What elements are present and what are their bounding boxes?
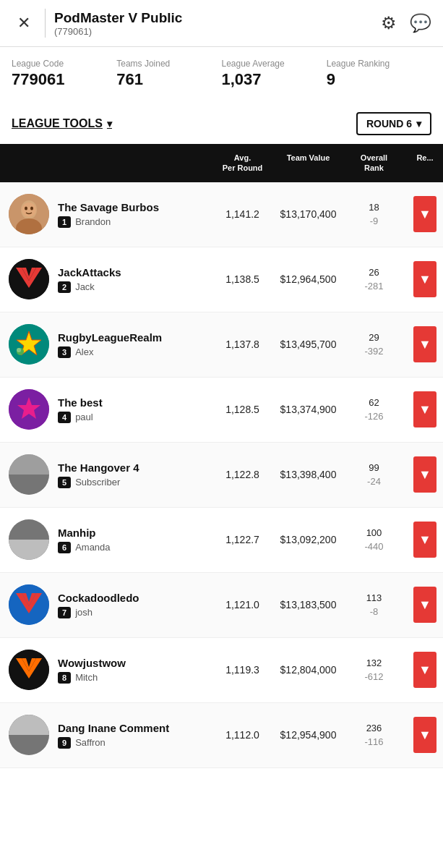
value-2: $12,964,500 xyxy=(275,271,341,288)
table-row[interactable]: The Hangover 4 5 Subscriber 1,122.8 $13,… xyxy=(0,443,443,508)
owner-name-4: paul xyxy=(75,412,93,422)
team-cell-3: RugbyLeagueRealm 3 Alex xyxy=(0,315,210,373)
rank-7: 113-8 xyxy=(341,588,407,622)
rank-arrow-5: ▼ xyxy=(418,467,431,482)
round-selector[interactable]: ROUND 6 ▾ xyxy=(356,112,431,135)
change-9: ▼ xyxy=(407,714,443,756)
value-4: $13,374,900 xyxy=(275,401,341,418)
rank-badge-9: 9 xyxy=(58,737,71,749)
value-6: $13,092,200 xyxy=(275,531,341,548)
change-2: ▼ xyxy=(407,258,443,300)
owner-name-8: Mitch xyxy=(75,672,98,683)
team-name-1: The Savage Burbos xyxy=(58,201,159,213)
chevron-down-icon: ▾ xyxy=(107,118,112,129)
col-header-avg: Avg.Per Round xyxy=(210,150,275,176)
team-cell-4: The best 4 paul xyxy=(0,380,210,438)
svg-point-5 xyxy=(30,207,33,210)
team-rank-owner-3: 3 Alex xyxy=(58,346,162,358)
stat-label-3: League Ranking xyxy=(327,59,431,69)
avg-2: 1,138.5 xyxy=(210,271,275,288)
change-6: ▼ xyxy=(407,519,443,561)
rank-arrow-7: ▼ xyxy=(418,597,431,613)
rank-arrow-8: ▼ xyxy=(418,663,431,678)
table-row[interactable]: JackAttacks 2 Jack 1,138.5 $12,964,500 2… xyxy=(0,247,443,312)
team-rank-owner-9: 9 Saffron xyxy=(58,737,169,749)
avg-3: 1,137.8 xyxy=(210,336,275,353)
change-5: ▼ xyxy=(407,454,443,495)
owner-name-2: Jack xyxy=(75,281,95,292)
team-name-4: The best xyxy=(58,396,103,409)
avg-6: 1,122.7 xyxy=(210,531,275,548)
team-rank-owner-8: 8 Mitch xyxy=(58,672,126,684)
team-info-5: The Hangover 4 5 Subscriber xyxy=(58,461,139,488)
change-1: ▼ xyxy=(407,193,443,235)
team-cell-8: Wowjustwow 8 Mitch xyxy=(0,641,210,699)
table-row[interactable]: Cockadoodledo 7 josh 1,121.0 $13,183,500… xyxy=(0,573,443,638)
stat-league-average: League Average 1,037 xyxy=(222,59,327,89)
team-info-9: Dang Inane Comment 9 Saffron xyxy=(58,722,169,749)
team-rank-owner-2: 2 Jack xyxy=(58,281,121,293)
avatar-6 xyxy=(9,519,49,560)
rank-badge-1: 1 xyxy=(58,216,71,228)
team-name-5: The Hangover 4 xyxy=(58,461,139,474)
table-row[interactable]: Dang Inane Comment 9 Saffron 1,112.0 $12… xyxy=(0,703,443,768)
settings-icon[interactable]: ⚙ xyxy=(381,13,397,33)
owner-name-7: josh xyxy=(75,607,93,618)
col-header-rank: OverallRank xyxy=(341,150,407,176)
chat-icon[interactable]: 💬 xyxy=(410,13,431,33)
rank-badge-3: 3 xyxy=(58,346,71,358)
stat-label-1: Teams Joined xyxy=(116,59,221,69)
team-cell-2: JackAttacks 2 Jack xyxy=(0,250,210,308)
table-row[interactable]: Wowjustwow 8 Mitch 1,119.3 $12,804,000 1… xyxy=(0,638,443,703)
col-header-value: Team Value xyxy=(275,150,341,176)
rank-indicator-6: ▼ xyxy=(413,522,436,558)
rank-indicator-8: ▼ xyxy=(413,652,436,688)
team-cell-1: The Savage Burbos 1 Brandon xyxy=(0,185,210,243)
avg-4: 1,128.5 xyxy=(210,401,275,418)
value-9: $12,954,900 xyxy=(275,726,341,744)
team-info-7: Cockadoodledo 7 josh xyxy=(58,592,139,618)
avg-7: 1,121.0 xyxy=(210,596,275,613)
change-3: ▼ xyxy=(407,323,443,365)
rank-badge-4: 4 xyxy=(58,412,71,423)
change-7: ▼ xyxy=(407,584,443,626)
rank-badge-6: 6 xyxy=(58,542,71,553)
stat-league-code: League Code 779061 xyxy=(12,59,116,89)
svg-point-12 xyxy=(17,348,21,352)
table-row[interactable]: RugbyLeagueRealm 3 Alex 1,137.8 $13,495,… xyxy=(0,312,443,378)
close-button[interactable]: ✕ xyxy=(12,11,36,35)
header-title-block: PodMaster V Public (779061) xyxy=(54,10,381,37)
change-8: ▼ xyxy=(407,649,443,691)
header-icons: ⚙ 💬 xyxy=(381,13,431,33)
col-header-team xyxy=(0,150,210,176)
rank-indicator-4: ▼ xyxy=(413,391,436,427)
header-divider xyxy=(45,9,46,38)
owner-name-9: Saffron xyxy=(75,737,106,748)
table-row[interactable]: The Savage Burbos 1 Brandon 1,141.2 $13,… xyxy=(0,182,443,247)
svg-point-3 xyxy=(22,203,36,217)
change-4: ▼ xyxy=(407,388,443,430)
value-5: $13,398,400 xyxy=(275,466,341,483)
rank-indicator-5: ▼ xyxy=(413,456,436,493)
team-rank-owner-4: 4 paul xyxy=(58,412,103,423)
rank-5: 99-24 xyxy=(341,458,407,492)
col-header-re: Re... xyxy=(407,150,443,176)
team-info-3: RugbyLeagueRealm 3 Alex xyxy=(58,331,162,358)
rank-arrow-3: ▼ xyxy=(418,337,431,352)
league-tools-text: LEAGUE TOOLS xyxy=(12,117,103,130)
avatar-1 xyxy=(9,194,49,234)
owner-name-3: Alex xyxy=(75,346,93,357)
rank-indicator-7: ▼ xyxy=(413,587,436,623)
stat-label-0: League Code xyxy=(12,59,116,69)
team-name-3: RugbyLeagueRealm xyxy=(58,331,162,344)
rank-indicator-9: ▼ xyxy=(413,717,436,753)
avg-1: 1,141.2 xyxy=(210,205,275,223)
avatar-3 xyxy=(9,324,49,365)
table-row[interactable]: The best 4 paul 1,128.5 $13,374,900 62-1… xyxy=(0,378,443,443)
table-row[interactable]: Manhip 6 Amanda 1,122.7 $13,092,200 100-… xyxy=(0,508,443,573)
league-tools-button[interactable]: LEAGUE TOOLS ▾ xyxy=(12,117,112,130)
rank-arrow-1: ▼ xyxy=(418,207,431,222)
svg-point-4 xyxy=(25,207,27,210)
league-id: (779061) xyxy=(54,26,381,37)
team-cell-6: Manhip 6 Amanda xyxy=(0,511,210,569)
